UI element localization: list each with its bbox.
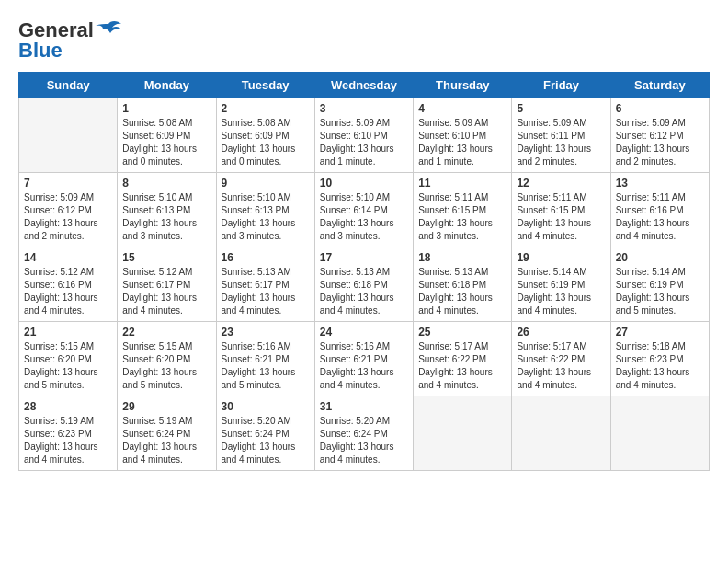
calendar-cell: 21Sunrise: 5:15 AMSunset: 6:20 PMDayligh… xyxy=(19,322,118,396)
calendar-cell: 23Sunrise: 5:16 AMSunset: 6:21 PMDayligh… xyxy=(216,322,314,396)
day-number: 29 xyxy=(122,400,210,413)
header-day-thursday: Thursday xyxy=(414,73,512,98)
day-number: 21 xyxy=(24,326,112,339)
week-row-5: 28Sunrise: 5:19 AMSunset: 6:23 PMDayligh… xyxy=(19,396,710,471)
calendar-cell: 18Sunrise: 5:13 AMSunset: 6:18 PMDayligh… xyxy=(414,247,512,322)
header-row: SundayMondayTuesdayWednesdayThursdayFrid… xyxy=(19,73,710,98)
day-info: Sunrise: 5:12 AMSunset: 6:17 PMDaylight:… xyxy=(122,266,210,317)
day-info: Sunrise: 5:19 AMSunset: 6:24 PMDaylight:… xyxy=(122,415,210,466)
week-row-3: 14Sunrise: 5:12 AMSunset: 6:16 PMDayligh… xyxy=(19,247,710,322)
day-number: 28 xyxy=(24,400,112,413)
day-number: 13 xyxy=(616,177,704,190)
day-number: 11 xyxy=(418,177,506,190)
day-info: Sunrise: 5:16 AMSunset: 6:21 PMDaylight:… xyxy=(222,340,310,392)
day-info: Sunrise: 5:11 AMSunset: 6:15 PMDaylight:… xyxy=(517,191,605,243)
day-number: 6 xyxy=(616,102,704,115)
calendar-cell: 14Sunrise: 5:12 AMSunset: 6:16 PMDayligh… xyxy=(19,247,118,322)
day-number: 5 xyxy=(517,102,605,115)
calendar-cell: 2Sunrise: 5:08 AMSunset: 6:09 PMDaylight… xyxy=(216,98,314,173)
day-number: 25 xyxy=(418,326,506,339)
day-number: 23 xyxy=(222,326,310,339)
day-info: Sunrise: 5:08 AMSunset: 6:09 PMDaylight:… xyxy=(222,117,310,168)
day-number: 18 xyxy=(418,251,506,264)
calendar-cell: 27Sunrise: 5:18 AMSunset: 6:23 PMDayligh… xyxy=(610,322,709,396)
header-day-tuesday: Tuesday xyxy=(216,73,314,98)
calendar-cell: 26Sunrise: 5:17 AMSunset: 6:22 PMDayligh… xyxy=(512,322,610,396)
calendar-cell: 1Sunrise: 5:08 AMSunset: 6:09 PMDaylight… xyxy=(118,98,216,173)
week-row-2: 7Sunrise: 5:09 AMSunset: 6:12 PMDaylight… xyxy=(19,173,710,247)
calendar-cell: 9Sunrise: 5:10 AMSunset: 6:13 PMDaylight… xyxy=(216,173,314,247)
day-info: Sunrise: 5:17 AMSunset: 6:22 PMDaylight:… xyxy=(418,340,506,392)
day-number: 4 xyxy=(418,102,506,115)
day-number: 31 xyxy=(320,400,408,413)
day-number: 20 xyxy=(616,251,704,264)
calendar-cell: 5Sunrise: 5:09 AMSunset: 6:11 PMDaylight… xyxy=(512,98,610,173)
calendar-cell: 6Sunrise: 5:09 AMSunset: 6:12 PMDaylight… xyxy=(610,98,709,173)
day-info: Sunrise: 5:09 AMSunset: 6:12 PMDaylight:… xyxy=(24,191,112,243)
header-day-saturday: Saturday xyxy=(610,73,709,98)
day-number: 15 xyxy=(122,251,210,264)
day-info: Sunrise: 5:20 AMSunset: 6:24 PMDaylight:… xyxy=(222,415,310,466)
week-row-4: 21Sunrise: 5:15 AMSunset: 6:20 PMDayligh… xyxy=(19,322,710,396)
header-day-friday: Friday xyxy=(512,73,610,98)
day-number: 16 xyxy=(222,251,310,264)
day-info: Sunrise: 5:10 AMSunset: 6:13 PMDaylight:… xyxy=(122,191,210,243)
day-info: Sunrise: 5:15 AMSunset: 6:20 PMDaylight:… xyxy=(122,340,210,392)
page-header: General Blue xyxy=(18,18,710,63)
calendar-cell: 29Sunrise: 5:19 AMSunset: 6:24 PMDayligh… xyxy=(118,396,216,471)
day-info: Sunrise: 5:14 AMSunset: 6:19 PMDaylight:… xyxy=(517,266,605,317)
header-day-wednesday: Wednesday xyxy=(314,73,413,98)
day-info: Sunrise: 5:13 AMSunset: 6:18 PMDaylight:… xyxy=(418,266,506,317)
calendar-cell: 7Sunrise: 5:09 AMSunset: 6:12 PMDaylight… xyxy=(19,173,118,247)
calendar-cell: 8Sunrise: 5:10 AMSunset: 6:13 PMDaylight… xyxy=(118,173,216,247)
calendar-table: SundayMondayTuesdayWednesdayThursdayFrid… xyxy=(18,72,710,471)
calendar-cell xyxy=(610,396,709,471)
day-info: Sunrise: 5:09 AMSunset: 6:10 PMDaylight:… xyxy=(418,117,506,168)
header-day-monday: Monday xyxy=(118,73,216,98)
week-row-1: 1Sunrise: 5:08 AMSunset: 6:09 PMDaylight… xyxy=(19,98,710,173)
day-number: 19 xyxy=(517,251,605,264)
day-number: 17 xyxy=(320,251,408,264)
logo: General Blue xyxy=(18,18,121,63)
calendar-cell xyxy=(512,396,610,471)
day-info: Sunrise: 5:09 AMSunset: 6:12 PMDaylight:… xyxy=(616,117,704,168)
day-number: 8 xyxy=(122,177,210,190)
day-info: Sunrise: 5:09 AMSunset: 6:11 PMDaylight:… xyxy=(517,117,605,168)
calendar-cell: 28Sunrise: 5:19 AMSunset: 6:23 PMDayligh… xyxy=(19,396,118,471)
calendar-cell: 20Sunrise: 5:14 AMSunset: 6:19 PMDayligh… xyxy=(610,247,709,322)
day-info: Sunrise: 5:13 AMSunset: 6:17 PMDaylight:… xyxy=(222,266,310,317)
day-number: 3 xyxy=(320,102,408,115)
calendar-cell: 11Sunrise: 5:11 AMSunset: 6:15 PMDayligh… xyxy=(414,173,512,247)
calendar-cell: 22Sunrise: 5:15 AMSunset: 6:20 PMDayligh… xyxy=(118,322,216,396)
calendar-cell: 25Sunrise: 5:17 AMSunset: 6:22 PMDayligh… xyxy=(414,322,512,396)
day-info: Sunrise: 5:08 AMSunset: 6:09 PMDaylight:… xyxy=(122,117,210,168)
logo-bird-icon xyxy=(96,20,121,40)
calendar-cell: 3Sunrise: 5:09 AMSunset: 6:10 PMDaylight… xyxy=(314,98,413,173)
day-number: 30 xyxy=(222,400,310,413)
day-number: 14 xyxy=(24,251,112,264)
day-info: Sunrise: 5:15 AMSunset: 6:20 PMDaylight:… xyxy=(24,340,112,392)
day-info: Sunrise: 5:14 AMSunset: 6:19 PMDaylight:… xyxy=(616,266,704,317)
day-info: Sunrise: 5:16 AMSunset: 6:21 PMDaylight:… xyxy=(320,340,408,392)
day-number: 26 xyxy=(517,326,605,339)
day-number: 1 xyxy=(122,102,210,115)
day-info: Sunrise: 5:20 AMSunset: 6:24 PMDaylight:… xyxy=(320,415,408,466)
day-info: Sunrise: 5:11 AMSunset: 6:15 PMDaylight:… xyxy=(418,191,506,243)
day-info: Sunrise: 5:10 AMSunset: 6:14 PMDaylight:… xyxy=(320,191,408,243)
day-number: 24 xyxy=(320,326,408,339)
calendar-cell: 12Sunrise: 5:11 AMSunset: 6:15 PMDayligh… xyxy=(512,173,610,247)
day-number: 12 xyxy=(517,177,605,190)
day-number: 22 xyxy=(122,326,210,339)
header-day-sunday: Sunday xyxy=(19,73,118,98)
day-info: Sunrise: 5:10 AMSunset: 6:13 PMDaylight:… xyxy=(222,191,310,243)
day-number: 27 xyxy=(616,326,704,339)
day-number: 9 xyxy=(222,177,310,190)
day-info: Sunrise: 5:17 AMSunset: 6:22 PMDaylight:… xyxy=(517,340,605,392)
logo-blue-text: Blue xyxy=(18,39,63,63)
calendar-cell: 19Sunrise: 5:14 AMSunset: 6:19 PMDayligh… xyxy=(512,247,610,322)
calendar-cell: 17Sunrise: 5:13 AMSunset: 6:18 PMDayligh… xyxy=(314,247,413,322)
day-info: Sunrise: 5:19 AMSunset: 6:23 PMDaylight:… xyxy=(24,415,112,466)
day-info: Sunrise: 5:11 AMSunset: 6:16 PMDaylight:… xyxy=(616,191,704,243)
calendar-cell: 24Sunrise: 5:16 AMSunset: 6:21 PMDayligh… xyxy=(314,322,413,396)
day-info: Sunrise: 5:12 AMSunset: 6:16 PMDaylight:… xyxy=(24,266,112,317)
